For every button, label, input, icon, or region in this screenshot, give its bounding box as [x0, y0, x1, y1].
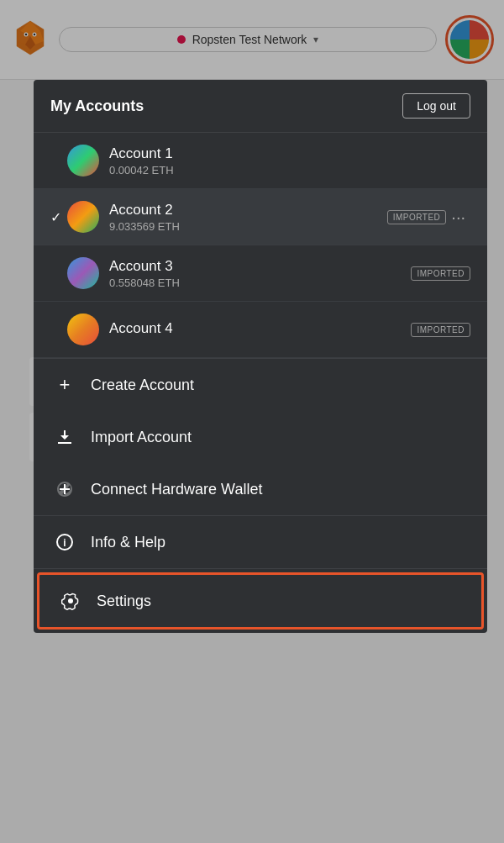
imported-badge-3: IMPORTED: [411, 266, 470, 281]
account-name-2: Account 2: [109, 202, 387, 219]
panel-title: My Accounts: [50, 97, 144, 115]
account-list: Account 1 0.00042 ETH ✓ Account 2 9.0335…: [34, 133, 487, 359]
checkmark-2: ✓: [50, 209, 67, 225]
account-info-4: Account 4: [109, 320, 411, 339]
svg-text:i: i: [63, 537, 66, 549]
info-help-menu-item[interactable]: i Info & Help: [34, 516, 487, 568]
account-avatar-4: [67, 313, 99, 345]
hardware-wallet-menu-item[interactable]: Connect Hardware Wallet: [34, 463, 487, 515]
account-balance-2: 9.033569 ETH: [109, 220, 387, 233]
checkmark-1: [50, 153, 67, 168]
imported-badge-4: IMPORTED: [411, 323, 470, 337]
account-name-3: Account 3: [109, 258, 411, 275]
account-avatar-1: [67, 145, 99, 177]
info-section: i Info & Help: [34, 516, 487, 569]
panel-header: My Accounts Log out: [34, 80, 487, 133]
import-account-icon: [54, 426, 76, 448]
account-item-4[interactable]: Account 4 IMPORTED: [34, 302, 487, 358]
menu-section: + Create Account Import Account: [34, 359, 487, 516]
account-avatar-2: [67, 201, 99, 233]
account-info-2: Account 2 9.033569 ETH: [109, 202, 387, 233]
settings-icon: [60, 590, 81, 612]
create-account-label: Create Account: [91, 377, 194, 394]
account-avatar-3: [67, 257, 99, 289]
info-help-label: Info & Help: [91, 534, 165, 551]
accounts-panel: My Accounts Log out Account 1 0.00042 ET…: [34, 80, 487, 633]
imported-badge-2: IMPORTED: [387, 210, 447, 224]
account-info-3: Account 3 0.558048 ETH: [109, 258, 411, 289]
checkmark-3: [50, 266, 67, 281]
create-account-icon: +: [54, 374, 76, 396]
import-account-menu-item[interactable]: Import Account: [34, 411, 487, 463]
account-item-3[interactable]: Account 3 0.558048 ETH IMPORTED: [34, 245, 487, 302]
svg-point-18: [68, 598, 73, 603]
checkmark-4: [50, 322, 67, 337]
info-icon: i: [54, 531, 76, 553]
settings-menu-item[interactable]: Settings: [37, 572, 484, 630]
account-more-2[interactable]: ···: [446, 208, 470, 227]
account-info-1: Account 1 0.00042 ETH: [109, 145, 470, 177]
create-account-menu-item[interactable]: + Create Account: [34, 359, 487, 411]
settings-label: Settings: [97, 593, 151, 610]
account-balance-1: 0.00042 ETH: [109, 164, 470, 177]
hardware-wallet-label: Connect Hardware Wallet: [91, 481, 262, 498]
account-item-2[interactable]: ✓ Account 2 9.033569 ETH IMPORTED ···: [34, 189, 487, 245]
import-account-label: Import Account: [91, 429, 192, 446]
hardware-wallet-icon: [54, 478, 76, 500]
account-name-4: Account 4: [109, 320, 411, 337]
account-name-1: Account 1: [109, 145, 470, 162]
logout-button[interactable]: Log out: [402, 93, 470, 119]
account-item-1[interactable]: Account 1 0.00042 ETH: [34, 133, 487, 189]
account-balance-3: 0.558048 ETH: [109, 277, 411, 289]
